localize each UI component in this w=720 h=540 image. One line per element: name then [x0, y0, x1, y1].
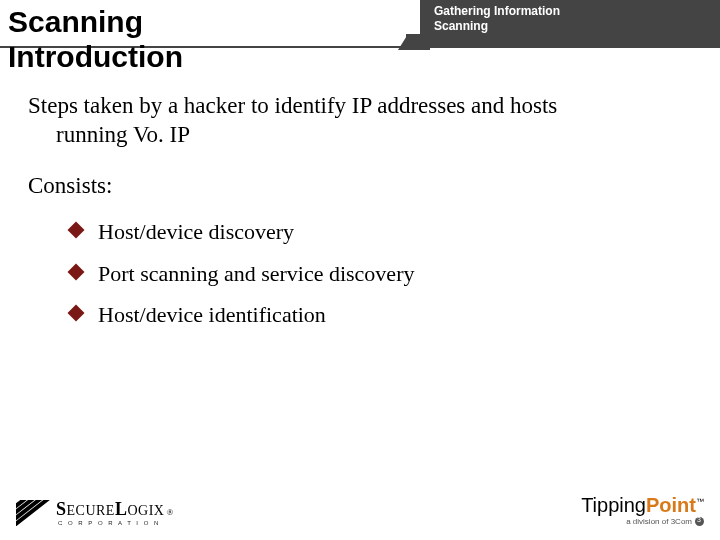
- diamond-bullet-icon: [68, 263, 85, 280]
- securelogix-subtext: C O R P O R A T I O N: [58, 520, 174, 526]
- breadcrumb-notch: [406, 34, 430, 50]
- list-item: Port scanning and service discovery: [70, 260, 692, 288]
- breadcrumb-notch-tri: [398, 34, 408, 50]
- registered-icon: ®: [166, 507, 173, 517]
- breadcrumb-line1: Gathering Information: [434, 4, 712, 19]
- bullet-list: Host/device discovery Port scanning and …: [70, 218, 692, 329]
- page-title: Scanning Introduction: [8, 4, 183, 75]
- tippingpoint-logo: TippingPoint™ a division of 3Com: [581, 494, 704, 526]
- bullet-text: Host/device identification: [98, 302, 326, 327]
- trademark-icon: ™: [696, 497, 704, 506]
- securelogix-wordmark: S ECURE L OGIX ®: [56, 499, 174, 520]
- bullet-text: Host/device discovery: [98, 219, 294, 244]
- consists-label: Consists:: [28, 172, 692, 201]
- diamond-bullet-icon: [68, 305, 85, 322]
- footer: S ECURE L OGIX ® C O R P O R A T I O N T…: [0, 484, 720, 530]
- breadcrumb: Gathering Information Scanning: [420, 0, 720, 48]
- lead-line2: running Vo. IP: [28, 121, 692, 150]
- lead-line1: Steps taken by a hacker to identify IP a…: [28, 93, 557, 118]
- securelogix-stripes-icon: [16, 500, 50, 526]
- list-item: Host/device discovery: [70, 218, 692, 246]
- title-line1: Scanning: [8, 5, 143, 38]
- tippingpoint-wordmark: TippingPoint™: [581, 494, 704, 517]
- diamond-bullet-icon: [68, 222, 85, 239]
- tippingpoint-subtext: a division of 3Com: [581, 517, 704, 526]
- lead-text: Steps taken by a hacker to identify IP a…: [28, 92, 692, 150]
- 3com-ball-icon: [695, 517, 704, 526]
- title-line2: Introduction: [8, 40, 183, 73]
- list-item: Host/device identification: [70, 301, 692, 329]
- breadcrumb-line2: Scanning: [434, 19, 712, 34]
- securelogix-logo: S ECURE L OGIX ® C O R P O R A T I O N: [16, 499, 174, 526]
- body: Steps taken by a hacker to identify IP a…: [28, 92, 692, 343]
- bullet-text: Port scanning and service discovery: [98, 261, 414, 286]
